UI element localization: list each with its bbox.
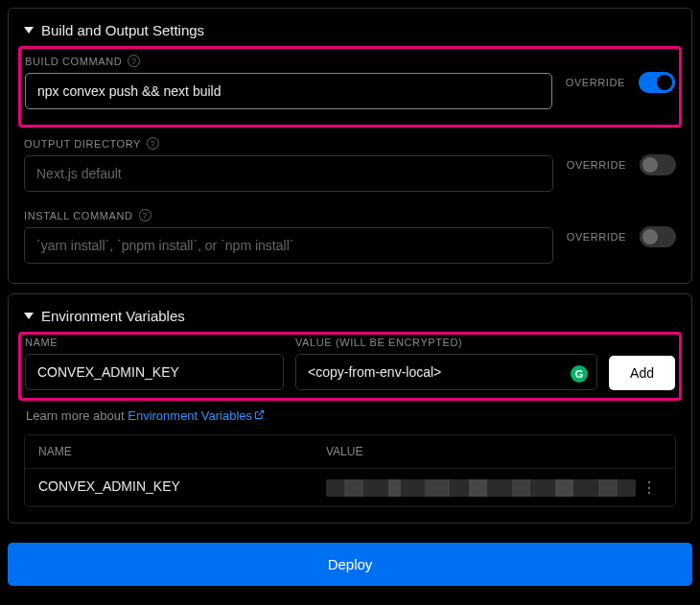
build-command-input[interactable] (25, 73, 552, 109)
learn-more-link[interactable]: Environment Variables (128, 408, 265, 423)
svg-line-0 (259, 410, 264, 415)
help-icon[interactable]: ? (147, 137, 159, 150)
env-vars-panel: Environment Variables NAME VALUE (WILL B… (8, 293, 692, 524)
env-table-header-name: NAME (38, 445, 326, 458)
external-link-icon (254, 408, 265, 423)
install-command-label: INSTALL COMMAND (24, 210, 133, 221)
deploy-button[interactable]: Deploy (8, 543, 692, 586)
build-command-override-toggle[interactable] (639, 72, 675, 93)
grammarly-icon: G (571, 365, 588, 383)
build-output-title: Build and Output Settings (41, 22, 204, 38)
caret-down-icon (24, 27, 34, 34)
env-vars-accordion[interactable]: Environment Variables (24, 308, 676, 324)
build-command-label: BUILD COMMAND (25, 56, 122, 67)
output-directory-input[interactable] (24, 155, 553, 192)
output-directory-label: OUTPUT DIRECTORY (24, 138, 141, 150)
caret-down-icon (24, 313, 34, 319)
env-row-name: CONVEX_ADMIN_KEY (38, 478, 326, 497)
env-input-highlight: NAME VALUE (WILL BE ENCRYPTED) G Add (18, 332, 682, 401)
env-vars-table: NAME VALUE CONVEX_ADMIN_KEY ⋮ (24, 434, 676, 507)
build-command-override-label: OVERRIDE (566, 77, 625, 88)
env-table-row: CONVEX_ADMIN_KEY ⋮ (25, 469, 675, 506)
env-value-label: VALUE (WILL BE ENCRYPTED) (295, 337, 462, 348)
build-output-accordion[interactable]: Build and Output Settings (24, 22, 676, 38)
env-row-menu-icon[interactable]: ⋮ (636, 478, 662, 497)
env-name-label: NAME (25, 337, 58, 348)
env-vars-title: Environment Variables (41, 308, 185, 324)
env-name-input[interactable] (25, 354, 284, 390)
help-icon[interactable]: ? (139, 209, 152, 221)
learn-more-text: Learn more about Environment Variables (26, 408, 676, 423)
build-command-highlight: BUILD COMMAND ? OVERRIDE (18, 46, 682, 128)
install-command-input[interactable] (24, 227, 553, 264)
output-directory-override-toggle[interactable] (640, 154, 676, 175)
install-command-override-label: OVERRIDE (567, 231, 626, 243)
build-output-panel: Build and Output Settings BUILD COMMAND … (8, 8, 692, 284)
install-command-override-toggle[interactable] (640, 226, 676, 247)
env-row-masked-value (326, 479, 636, 497)
output-directory-override-label: OVERRIDE (567, 159, 626, 171)
help-icon[interactable]: ? (128, 55, 140, 67)
env-value-input[interactable] (295, 354, 597, 390)
add-env-button[interactable]: Add (609, 356, 675, 390)
env-table-header-value: VALUE (326, 445, 662, 458)
